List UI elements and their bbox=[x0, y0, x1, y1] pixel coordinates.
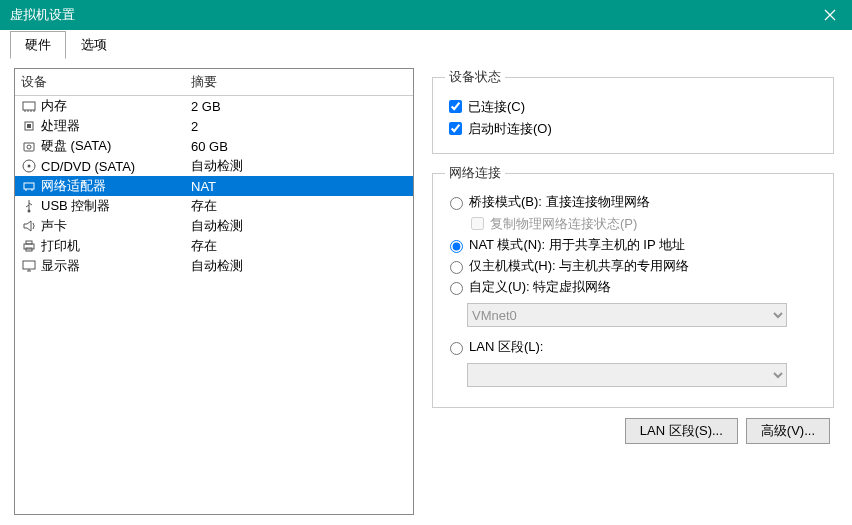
sound-icon bbox=[21, 218, 37, 234]
svg-rect-12 bbox=[24, 183, 34, 189]
list-header: 设备 摘要 bbox=[15, 69, 413, 96]
device-name: 声卡 bbox=[41, 217, 191, 235]
device-row-cd[interactable]: CD/DVD (SATA)自动检测 bbox=[15, 156, 413, 176]
device-name: 打印机 bbox=[41, 237, 191, 255]
device-name: 处理器 bbox=[41, 117, 191, 135]
list-body: 内存2 GB处理器2硬盘 (SATA)60 GBCD/DVD (SATA)自动检… bbox=[15, 96, 413, 514]
device-summary: 60 GB bbox=[191, 139, 407, 154]
hostonly-label: 仅主机模式(H): 与主机共享的专用网络 bbox=[469, 257, 689, 275]
close-icon bbox=[824, 9, 836, 21]
device-summary: 自动检测 bbox=[191, 157, 407, 175]
device-row-sound[interactable]: 声卡自动检测 bbox=[15, 216, 413, 236]
device-summary: 存在 bbox=[191, 197, 407, 215]
device-name: 硬盘 (SATA) bbox=[41, 137, 191, 155]
connected-checkbox[interactable] bbox=[449, 100, 462, 113]
hostonly-row[interactable]: 仅主机模式(H): 与主机共享的专用网络 bbox=[445, 257, 821, 275]
bridged-radio[interactable] bbox=[450, 197, 463, 210]
cpu-icon bbox=[21, 118, 37, 134]
net-icon bbox=[21, 178, 37, 194]
lan-radio[interactable] bbox=[450, 342, 463, 355]
tab-options[interactable]: 选项 bbox=[66, 31, 122, 59]
connected-label: 已连接(C) bbox=[468, 98, 525, 116]
content-area: 设备 摘要 内存2 GB处理器2硬盘 (SATA)60 GBCD/DVD (SA… bbox=[0, 58, 852, 525]
device-name: CD/DVD (SATA) bbox=[41, 159, 191, 174]
custom-row[interactable]: 自定义(U): 特定虚拟网络 bbox=[445, 278, 821, 296]
nat-label: NAT 模式(N): 用于共享主机的 IP 地址 bbox=[469, 236, 685, 254]
device-summary: 2 GB bbox=[191, 99, 407, 114]
replicate-checkbox bbox=[471, 217, 484, 230]
disk-icon bbox=[21, 138, 37, 154]
tabstrip: 硬件 选项 bbox=[0, 30, 852, 58]
device-name: 网络适配器 bbox=[41, 177, 191, 195]
device-row-printer[interactable]: 打印机存在 bbox=[15, 236, 413, 256]
printer-icon bbox=[21, 238, 37, 254]
device-summary: 存在 bbox=[191, 237, 407, 255]
svg-rect-19 bbox=[23, 261, 35, 269]
nat-radio[interactable] bbox=[450, 240, 463, 253]
lan-segment-select bbox=[467, 363, 787, 387]
replicate-label: 复制物理网络连接状态(P) bbox=[490, 215, 637, 233]
device-name: 内存 bbox=[41, 97, 191, 115]
svg-point-15 bbox=[28, 210, 31, 213]
svg-rect-17 bbox=[26, 241, 32, 244]
network-group: 网络连接 桥接模式(B): 直接连接物理网络 复制物理网络连接状态(P) NAT… bbox=[432, 164, 834, 408]
device-summary: 自动检测 bbox=[191, 257, 407, 275]
network-legend: 网络连接 bbox=[445, 164, 505, 182]
col-device[interactable]: 设备 bbox=[21, 73, 191, 91]
tab-hardware[interactable]: 硬件 bbox=[10, 31, 66, 59]
svg-rect-2 bbox=[23, 102, 35, 110]
bridged-row[interactable]: 桥接模式(B): 直接连接物理网络 bbox=[445, 193, 821, 211]
settings-panel: 设备状态 已连接(C) 启动时连接(O) 网络连接 桥接模式(B): 直接连接物… bbox=[428, 68, 838, 515]
connect-on-power-row[interactable]: 启动时连接(O) bbox=[445, 119, 821, 138]
svg-point-11 bbox=[28, 165, 31, 168]
svg-point-9 bbox=[27, 145, 31, 149]
window-title: 虚拟机设置 bbox=[10, 6, 807, 24]
svg-rect-8 bbox=[27, 124, 31, 128]
device-summary: 自动检测 bbox=[191, 217, 407, 235]
display-icon bbox=[21, 258, 37, 274]
device-row-display[interactable]: 显示器自动检测 bbox=[15, 256, 413, 276]
lan-segments-button[interactable]: LAN 区段(S)... bbox=[625, 418, 738, 444]
connect-on-power-checkbox[interactable] bbox=[449, 122, 462, 135]
device-status-group: 设备状态 已连接(C) 启动时连接(O) bbox=[432, 68, 834, 154]
advanced-button[interactable]: 高级(V)... bbox=[746, 418, 830, 444]
usb-icon bbox=[21, 198, 37, 214]
device-summary: 2 bbox=[191, 119, 407, 134]
device-name: USB 控制器 bbox=[41, 197, 191, 215]
device-row-memory[interactable]: 内存2 GB bbox=[15, 96, 413, 116]
custom-radio[interactable] bbox=[450, 282, 463, 295]
nat-row[interactable]: NAT 模式(N): 用于共享主机的 IP 地址 bbox=[445, 236, 821, 254]
custom-label: 自定义(U): 特定虚拟网络 bbox=[469, 278, 611, 296]
hostonly-radio[interactable] bbox=[450, 261, 463, 274]
titlebar: 虚拟机设置 bbox=[0, 0, 852, 30]
custom-vmnet-select: VMnet0 bbox=[467, 303, 787, 327]
device-list: 设备 摘要 内存2 GB处理器2硬盘 (SATA)60 GBCD/DVD (SA… bbox=[14, 68, 414, 515]
device-name: 显示器 bbox=[41, 257, 191, 275]
device-row-usb[interactable]: USB 控制器存在 bbox=[15, 196, 413, 216]
device-row-cpu[interactable]: 处理器2 bbox=[15, 116, 413, 136]
close-button[interactable] bbox=[807, 0, 852, 30]
memory-icon bbox=[21, 98, 37, 114]
col-summary[interactable]: 摘要 bbox=[191, 73, 407, 91]
vm-settings-window: 虚拟机设置 硬件 选项 设备 摘要 内存2 GB处理器2硬盘 (SATA)60 … bbox=[0, 0, 852, 525]
lan-row[interactable]: LAN 区段(L): bbox=[445, 338, 821, 356]
cd-icon bbox=[21, 158, 37, 174]
device-status-legend: 设备状态 bbox=[445, 68, 505, 86]
lan-label: LAN 区段(L): bbox=[469, 338, 543, 356]
connected-row[interactable]: 已连接(C) bbox=[445, 97, 821, 116]
device-summary: NAT bbox=[191, 179, 407, 194]
bridged-label: 桥接模式(B): 直接连接物理网络 bbox=[469, 193, 650, 211]
button-row: LAN 区段(S)... 高级(V)... bbox=[432, 418, 834, 444]
device-row-disk[interactable]: 硬盘 (SATA)60 GB bbox=[15, 136, 413, 156]
replicate-row: 复制物理网络连接状态(P) bbox=[467, 214, 821, 233]
connect-on-power-label: 启动时连接(O) bbox=[468, 120, 552, 138]
device-row-net[interactable]: 网络适配器NAT bbox=[15, 176, 413, 196]
